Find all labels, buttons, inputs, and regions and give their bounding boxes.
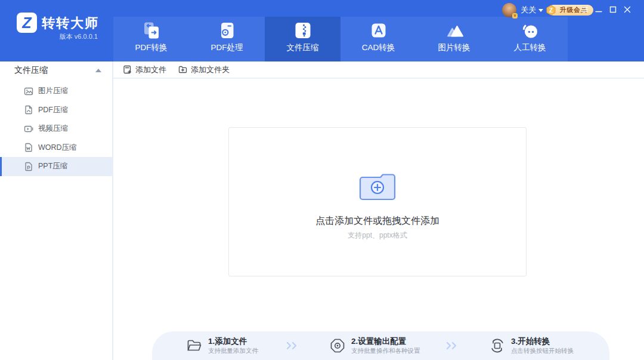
tab-manual-convert[interactable]: 人工转换	[492, 17, 568, 61]
app-window: Z 转转大师 版本 v6.0.0.1 PDF转换	[0, 0, 644, 360]
menu-icon[interactable]	[580, 5, 589, 14]
file-compress-icon	[293, 20, 313, 41]
sidebar: 文件压缩 图片压缩 PDF压缩	[0, 61, 112, 360]
sidebar-item-pdf-compress[interactable]: PDF压缩	[0, 101, 112, 120]
app-version: 版本 v6.0.0.1	[41, 32, 98, 41]
add-folder-button[interactable]: 添加文件夹	[178, 64, 230, 75]
sidebar-item-label: PPT压缩	[38, 161, 67, 171]
step-title: 2.设置输出配置	[351, 337, 420, 346]
add-file-icon	[123, 65, 132, 74]
video-file-icon	[24, 124, 33, 134]
sidebar-title: 文件压缩	[14, 65, 48, 76]
add-file-label: 添加文件	[135, 64, 166, 75]
chevron-right-icon	[286, 341, 299, 350]
settings-icon	[329, 337, 346, 354]
chevron-right-icon	[445, 341, 459, 350]
sidebar-header[interactable]: 文件压缩	[0, 61, 112, 79]
step-title: 1.添加文件	[208, 337, 258, 346]
ppt-file-icon	[24, 162, 33, 171]
tab-file-compress[interactable]: 文件压缩	[265, 17, 340, 61]
image-file-icon	[24, 87, 33, 96]
pdf-process-icon	[217, 20, 237, 41]
add-folder-plus-icon	[358, 170, 397, 202]
sidebar-divider	[112, 61, 113, 360]
step-subtitle: 点击转换按钮开始转换	[511, 347, 574, 355]
sidebar-item-ppt-compress[interactable]: PPT压缩	[0, 157, 112, 176]
step-output-settings: 2.设置输出配置 支持批量操作和各种设置	[329, 337, 420, 355]
add-folder-icon	[178, 65, 187, 74]
tab-image-convert[interactable]: 图片转换	[416, 17, 492, 61]
tab-label: 图片转换	[438, 42, 470, 53]
sidebar-list: 图片压缩 PDF压缩 视频压缩	[0, 79, 112, 176]
sidebar-item-label: 视频压缩	[38, 124, 68, 134]
logo-area: Z 转转大师 版本 v6.0.0.1	[0, 0, 113, 61]
minimize-icon[interactable]	[594, 5, 603, 14]
badge-z-coin-icon: Z	[546, 5, 556, 16]
svg-text:Z: Z	[549, 7, 553, 14]
app-logo-icon: Z	[17, 13, 37, 33]
tab-label: PDF转换	[135, 42, 168, 53]
tab-label: CAD转换	[362, 42, 395, 53]
window-controls	[580, 5, 632, 14]
cad-convert-icon	[369, 20, 389, 41]
word-file-icon	[24, 143, 33, 152]
step-add-file: 1.添加文件 支持批量添加文件	[186, 337, 258, 355]
collapse-caret-up-icon[interactable]	[95, 69, 101, 72]
user-caret-down-icon[interactable]	[538, 9, 543, 12]
file-dropzone[interactable]: 点击添加文件或拖拽文件添加 支持ppt、pptx格式	[228, 127, 527, 276]
user-name[interactable]: 关关	[521, 5, 536, 16]
step-subtitle: 支持批量操作和各种设置	[351, 347, 420, 355]
manual-convert-icon	[520, 20, 540, 41]
header: Z 转转大师 版本 v6.0.0.1 PDF转换	[0, 0, 644, 61]
steps-bar: 1.添加文件 支持批量添加文件 2.设置输出配置 支持批量操作和各种设置	[152, 331, 609, 360]
logo-letter: Z	[22, 16, 31, 30]
step-start-convert: 3.开始转换 点击转换按钮开始转换	[489, 337, 574, 355]
add-folder-label: 添加文件夹	[191, 64, 230, 75]
user-avatar[interactable]: V	[502, 3, 516, 17]
dropzone-subtitle: 支持ppt、pptx格式	[229, 230, 526, 241]
add-file-button[interactable]: 添加文件	[123, 64, 166, 75]
image-convert-icon	[444, 20, 465, 41]
pdf-file-icon	[24, 105, 33, 115]
convert-icon	[489, 337, 506, 354]
tab-label: 文件压缩	[287, 42, 319, 53]
avatar-vip-badge: V	[512, 13, 518, 19]
tab-pdf-process[interactable]: PDF处理	[189, 17, 265, 61]
sidebar-item-image-compress[interactable]: 图片压缩	[0, 82, 112, 101]
main-nav-tabs: PDF转换 PDF处理	[113, 17, 568, 61]
sidebar-item-label: PDF压缩	[38, 105, 68, 115]
close-icon[interactable]	[623, 5, 632, 14]
tab-label: 人工转换	[514, 42, 546, 53]
pdf-convert-icon	[141, 20, 162, 41]
tab-label: PDF处理	[211, 42, 243, 53]
toolbar: 添加文件 添加文件夹	[113, 61, 644, 79]
step-title: 3.开始转换	[511, 337, 574, 346]
dropzone-title: 点击添加文件或拖拽文件添加	[229, 215, 526, 227]
step-subtitle: 支持批量添加文件	[208, 347, 258, 355]
tab-cad-convert[interactable]: CAD转换	[340, 17, 416, 61]
folder-icon	[186, 337, 203, 354]
sidebar-item-word-compress[interactable]: WORD压缩	[0, 139, 112, 158]
sidebar-item-video-compress[interactable]: 视频压缩	[0, 119, 112, 139]
sidebar-item-label: 图片压缩	[38, 86, 68, 96]
app-title: 转转大师	[42, 14, 99, 32]
tab-pdf-convert[interactable]: PDF转换	[113, 17, 189, 61]
sidebar-item-label: WORD压缩	[38, 143, 77, 153]
maximize-icon[interactable]	[608, 5, 618, 14]
